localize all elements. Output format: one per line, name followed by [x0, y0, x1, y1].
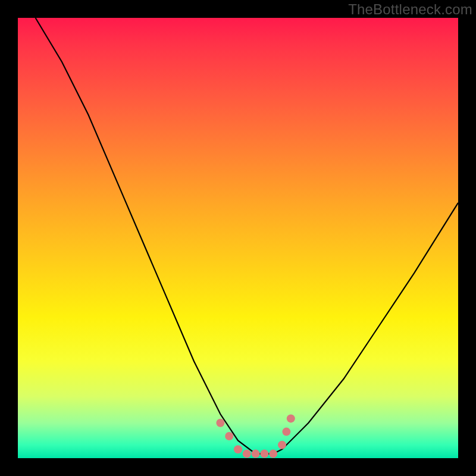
gradient-plot-area: [18, 18, 458, 458]
watermark-label: TheBottleneck.com: [348, 1, 472, 18]
